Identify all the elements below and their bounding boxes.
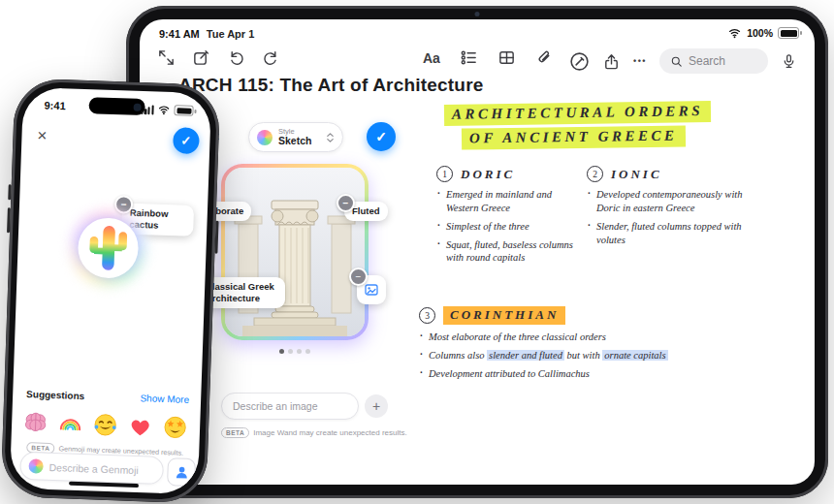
accept-genmoji-button[interactable]: ✓ [173, 127, 200, 154]
table-icon[interactable] [497, 48, 516, 67]
corinthian-point: Development attributed to Callimachus [419, 367, 756, 381]
suggestion-star-struck-emoji[interactable] [160, 412, 190, 442]
cellular-signal-icon [141, 104, 154, 113]
image-reference-icon [364, 282, 379, 298]
highlighted-phrase: slender and fluted [487, 350, 564, 361]
corinthian-number: 3 [419, 307, 435, 324]
image-pagination-dots [279, 349, 310, 354]
show-more-link[interactable]: Show More [140, 393, 189, 405]
style-value: Sketch [278, 136, 320, 146]
image-wand-beta-row: BETA Image Wand may create unexpected re… [221, 427, 407, 438]
handwritten-heading-line1: ARCHITECTURAL ORDERS [444, 101, 711, 126]
suggestion-laughing-emoji[interactable] [90, 409, 120, 439]
ionic-point: Developed contemporaneously with Doric i… [587, 188, 750, 215]
page-dot[interactable] [305, 349, 310, 354]
accept-image-button[interactable]: ✓ [367, 122, 396, 151]
compose-icon[interactable] [192, 48, 210, 67]
ipad-status-right: 100% [727, 27, 799, 39]
ipad-status-bar: 9:41 AM Tue Apr 1 [159, 28, 254, 40]
page-dot[interactable] [288, 349, 293, 354]
image-wand-disclaimer: Image Wand may create unexpected results… [253, 428, 406, 437]
person-icon [174, 464, 190, 480]
dynamic-island [88, 97, 145, 115]
ipad-toolbar-center: Aa [423, 48, 554, 67]
highlighted-phrase: ornate capitals [602, 350, 667, 361]
ipad-toolbar-right: ••• Search [569, 48, 797, 74]
note-title: ARCH 115: The Art of Architecture [178, 75, 484, 96]
suggestion-emoji-row [20, 407, 190, 442]
remove-tag-badge[interactable]: − [337, 194, 355, 212]
corinthian-section: 3 CORINTHIAN Most elaborate of the three… [419, 306, 756, 386]
more-options-button[interactable]: ••• [633, 56, 647, 66]
genmoji-input-placeholder: Describe a Genmoji [48, 460, 139, 475]
iphone-device: 9:41 × ✓ − Rainbow cactus [1, 78, 221, 503]
close-icon[interactable]: × [37, 126, 48, 145]
writing-tools-icon[interactable] [569, 51, 590, 72]
stage: 9:41 AM Tue Apr 1 100% Aa [0, 0, 834, 504]
doric-point: Simplest of the three [436, 220, 584, 234]
search-icon [670, 55, 683, 68]
suggestion-rainbow-emoji[interactable] [55, 408, 85, 438]
undo-icon[interactable] [227, 48, 245, 67]
iphone-status-time: 9:41 [44, 100, 65, 112]
battery-icon [778, 27, 799, 39]
style-reference-chip[interactable]: − [357, 275, 386, 304]
beta-badge: BETA [221, 427, 249, 438]
suggestions-header: Suggestions Show More [26, 389, 189, 405]
corinthian-title: CORINTHIAN [443, 306, 565, 325]
ionic-point: Slender, fluted columns topped with volu… [587, 220, 750, 247]
share-icon[interactable] [602, 52, 621, 71]
genmoji-sparkle-icon [28, 458, 44, 474]
corinthian-point: Columns also slender and fluted but with… [419, 349, 756, 362]
wifi-icon [157, 105, 170, 115]
doric-section: 1 DORIC Emerged in mainland and Western … [436, 166, 584, 269]
page-dot[interactable] [297, 349, 302, 354]
wifi-icon [727, 27, 742, 39]
page-dot[interactable] [279, 349, 284, 354]
battery-icon [174, 105, 193, 116]
ipad-status-date: Tue Apr 1 [207, 28, 255, 40]
chevron-up-down-icon [326, 132, 335, 143]
remove-chip-badge[interactable]: − [349, 268, 368, 286]
ionic-number: 2 [587, 166, 603, 182]
suggestion-brain-emoji[interactable] [20, 407, 50, 437]
iphone-status-right [141, 104, 194, 116]
doric-number: 1 [436, 166, 453, 182]
ipad-camera [475, 12, 480, 16]
handwritten-heading-line2: OF ANCIENT GREECE [462, 125, 686, 149]
doric-point: Squat, fluted, baseless columns with rou… [436, 238, 584, 266]
ionic-section: 2 IONIC Developed contemporaneously with… [587, 166, 750, 251]
suggestions-label: Suggestions [26, 389, 84, 401]
doric-point: Emerged in mainland and Western Greece [436, 188, 584, 215]
text-format-button[interactable]: Aa [423, 50, 440, 66]
profile-avatar-button[interactable] [167, 457, 196, 487]
doric-title: DORIC [461, 167, 515, 182]
search-placeholder: Search [689, 54, 725, 68]
ipad-status-time: 9:41 AM [159, 28, 200, 40]
ipad-battery-percent: 100% [747, 27, 773, 39]
minimize-icon[interactable] [157, 48, 176, 67]
describe-image-input[interactable]: Describe an image [221, 393, 359, 420]
redo-icon[interactable] [262, 48, 280, 67]
rainbow-cactus-emoji [87, 223, 130, 272]
add-prompt-button[interactable]: + [365, 394, 388, 418]
tag-fluted[interactable]: − Fluted [344, 202, 388, 221]
corinthian-point: Most elaborate of the three classical or… [419, 331, 756, 344]
iphone-screen: 9:41 × ✓ − Rainbow cactus [10, 87, 211, 495]
ipad-device: 9:41 AM Tue Apr 1 100% Aa [126, 6, 828, 498]
ipad-toolbar-left [157, 48, 280, 67]
style-selector[interactable]: Style Sketch [248, 122, 343, 152]
checklist-icon[interactable] [460, 48, 478, 67]
describe-genmoji-input[interactable]: Describe a Genmoji [19, 452, 164, 485]
volume-down-button [7, 207, 11, 233]
attachment-icon[interactable] [535, 48, 554, 67]
style-palette-icon [257, 130, 273, 145]
search-input[interactable]: Search [659, 48, 768, 74]
genmoji-glow-circle [65, 205, 151, 291]
volume-up-button [8, 184, 12, 200]
ipad-screen: 9:41 AM Tue Apr 1 100% Aa [140, 19, 815, 485]
generated-image-card[interactable] [221, 164, 369, 340]
suggestion-heart-emoji[interactable] [125, 411, 155, 441]
microphone-icon[interactable] [781, 52, 797, 71]
ionic-title: IONIC [611, 167, 662, 182]
